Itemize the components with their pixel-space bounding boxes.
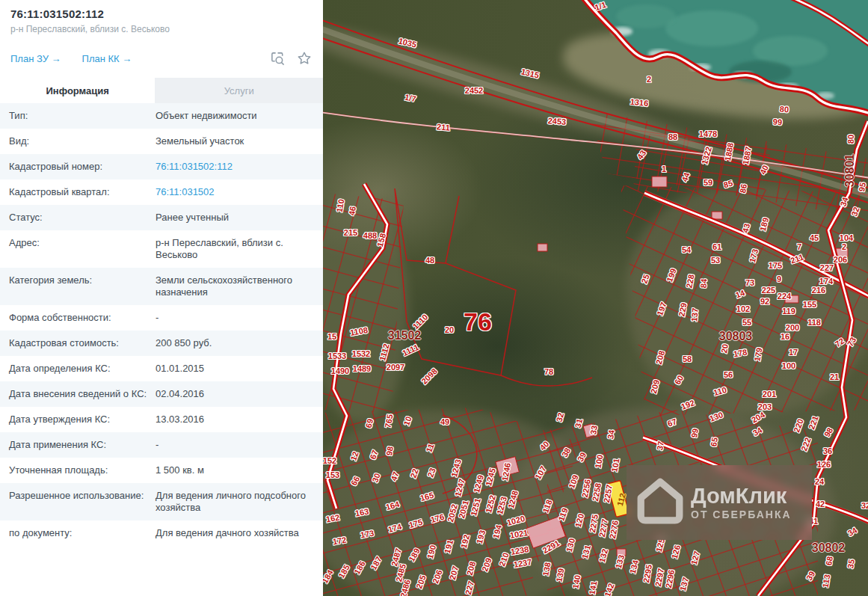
info-row-value: р-н Переславский, вблизи с. Веськово [156,237,314,261]
info-row-value-link[interactable]: 76:11:031502:112 [156,161,314,173]
info-row-label: Дата определения КС: [9,363,156,375]
info-row: Тип:Объект недвижимости [0,103,323,129]
preview-zoom-icon[interactable] [269,50,286,67]
watermark-sub: ОТ СБЕРБАНКА [691,509,792,520]
plan-links-row: План ЗУ → План КК → [0,50,323,67]
info-row-label: Дата утверждения КС: [9,414,156,426]
domclick-watermark: ДомКлик ОТ СБЕРБАНКА [627,465,812,540]
info-row-label: Кадастровый квартал: [9,186,156,198]
info-row-value: 01.01.2015 [156,363,314,375]
watermark-text: ДомКлик ОТ СБЕРБАНКА [691,485,792,520]
cadastral-app: 76:11:031502:112 р-н Переславский, вблиз… [0,0,868,596]
info-row-label: Дата применения КС: [9,439,156,451]
info-row: Дата внесения сведений о КС:02.04.2016 [0,381,323,407]
info-row-label: Дата внесения сведений о КС: [9,388,156,400]
info-row: Разрешенное использование:Для ведения ли… [0,483,323,520]
info-row: Уточненная площадь:1 500 кв. м [0,458,323,483]
info-row-value: Для ведения дачного хозяйства [156,527,314,539]
map-canvas[interactable]: 1/11035131524521/72112453213168099881478… [323,0,868,596]
info-row-value: Земли сельскохозяйственного назначения [156,274,314,298]
info-row-label: Статус: [9,212,156,224]
info-row-value: Для ведения личного подсобного хозяйства [156,490,314,514]
info-row-value: 13.03.2016 [156,414,314,426]
favorite-star-icon[interactable] [296,50,313,67]
info-row: Кадастровая стоимость:200 850 руб. [0,331,323,356]
info-row-label: Категория земель: [9,274,156,298]
info-row: Дата определения КС:01.01.2015 [0,356,323,381]
info-row-label: Уточненная площадь: [9,464,156,476]
info-row-value: 02.04.2016 [156,388,314,400]
info-row: Кадастровый номер:76:11:031502:112 [0,154,323,179]
tab-information[interactable]: Информация [0,78,155,103]
tab-services[interactable]: Услуги [155,78,323,103]
panel-header: 76:11:031502:112 р-н Переславский, вблиз… [0,0,323,34]
info-row: Дата утверждения КС:13.03.2016 [0,407,323,432]
info-row: Категория земель:Земли сельскохозяйствен… [0,268,323,305]
info-row-label: Кадастровая стоимость: [9,337,156,349]
panel-icons [269,50,313,67]
info-row-value-link[interactable]: 76:11:031502 [156,186,314,198]
page-subtitle: р-н Переславский, вблизи с. Веськово [10,24,313,34]
plan-zu-link[interactable]: План ЗУ → [10,53,61,64]
info-row-label: Кадастровый номер: [9,161,156,173]
plan-kk-link[interactable]: План КК → [82,53,132,64]
info-row-label: по документу: [9,527,156,539]
info-row-value: 1 500 кв. м [156,464,314,476]
info-row-value: 200 850 руб. [156,337,314,349]
info-row: Кадастровый квартал:76:11:031502 [0,179,323,205]
info-panel: 76:11:031502:112 р-н Переславский, вблиз… [0,0,323,596]
info-row: Дата применения КС:- [0,432,323,458]
info-row-value: Земельный участок [156,135,314,147]
info-row-label: Адрес: [9,237,156,261]
info-row: Форма собственности:- [0,305,323,331]
info-row-value: Объект недвижимости [156,110,314,122]
info-row-value: Ранее учтенный [156,212,314,224]
info-table: Тип:Объект недвижимостиВид:Земельный уча… [0,103,323,546]
domclick-logo-icon [635,476,685,529]
watermark-brand: ДомКлик [691,485,792,507]
info-row-value: - [156,312,314,324]
info-row-label: Форма собственности: [9,312,156,324]
page-title: 76:11:031502:112 [10,7,313,20]
info-row: Адрес:р-н Переславский, вблизи с. Весько… [0,230,323,268]
info-row: Вид:Земельный участок [0,129,323,154]
info-row: Статус:Ранее учтенный [0,205,323,230]
info-row-label: Вид: [9,135,156,147]
tab-bar: Информация Услуги [0,78,323,103]
info-row-label: Разрешенное использование: [9,490,156,514]
info-row-label: Тип: [9,110,156,122]
info-row-value: - [156,439,314,451]
info-row: по документу:Для ведения дачного хозяйст… [0,520,323,546]
